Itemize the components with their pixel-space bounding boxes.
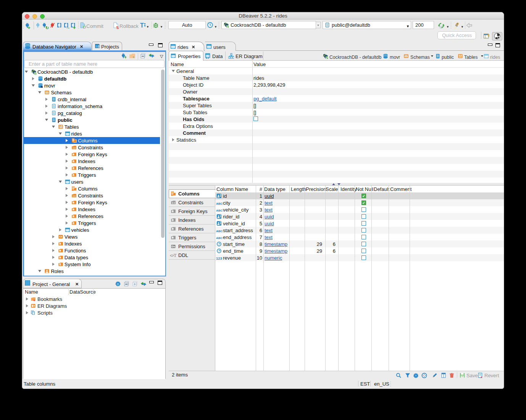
svg-text:(-): (-) [440, 26, 442, 29]
svg-text:+: + [132, 55, 134, 59]
svg-text:x: x [481, 375, 482, 378]
